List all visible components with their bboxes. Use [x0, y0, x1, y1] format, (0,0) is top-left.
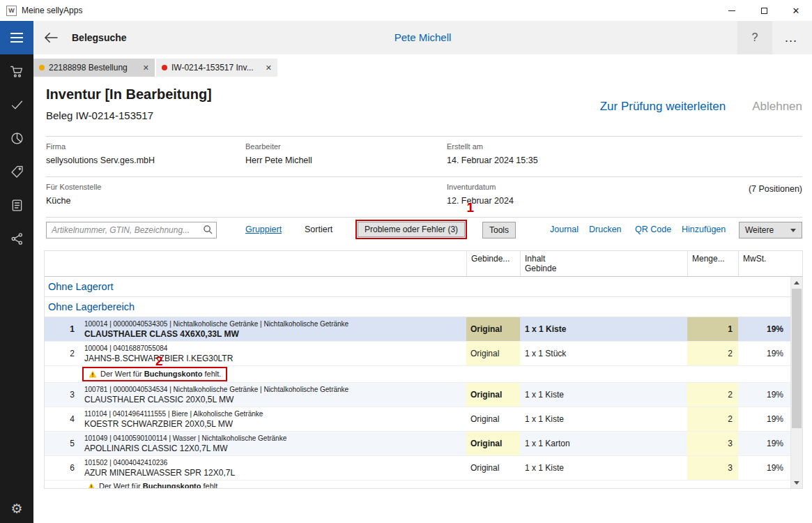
share-icon[interactable] — [10, 232, 24, 246]
content: Inventur [In Bearbeitung] Zur Prüfung we… — [33, 77, 812, 489]
hamburger-icon — [10, 33, 23, 34]
hinzufuegen-link[interactable]: Hinzufügen — [682, 225, 726, 234]
group-row-lagerort[interactable]: Ohne Lagerort — [45, 277, 802, 297]
tab-close-icon[interactable]: ✕ — [266, 63, 272, 73]
table-row[interactable]: 4 110104 | 04014964111555 | Biere | Alko… — [45, 407, 802, 432]
hamburger-menu-button[interactable] — [0, 21, 33, 54]
warning-icon — [89, 370, 97, 378]
field-label: Erstellt am — [447, 142, 802, 151]
help-button[interactable]: ? — [737, 21, 772, 54]
positions-count: (7 Positionen) — [749, 184, 802, 194]
forward-for-review-action[interactable]: Zur Prüfung weiterleiten — [600, 100, 726, 114]
warning-row: Der Wert für Buchungskonto fehlt. 2 — [45, 366, 802, 383]
settings-gear-icon[interactable]: ⚙ — [0, 502, 33, 515]
tab-bestellung[interactable]: 22188898 Bestellung ✕ — [33, 59, 155, 77]
group-row-lagerbereich[interactable]: Ohne Lagerbereich — [45, 297, 802, 317]
maximize-button[interactable] — [748, 0, 780, 21]
positions-table: Gebinde... Inhalt Gebinde Menge... MwSt.… — [44, 250, 803, 489]
mwst-cell: 19% — [738, 383, 790, 407]
catalog-icon[interactable] — [10, 198, 24, 213]
warning-text: Der Wert für Buchungskonto fehlt. — [99, 482, 220, 488]
pie-chart-icon[interactable] — [10, 131, 24, 146]
tools-button[interactable]: Tools — [482, 222, 516, 238]
problems-annotation-box: Probleme oder Fehler (3) 1 — [355, 220, 467, 239]
menge-cell[interactable]: 2 — [687, 383, 738, 407]
col-mwst[interactable]: MwSt. — [738, 251, 790, 276]
article-meta: 100781 | 00000040534534 | Nichtalkoholis… — [84, 386, 348, 394]
row-number: 4 — [45, 407, 81, 431]
weitere-label: Weitere — [745, 225, 774, 235]
table-row[interactable]: 3 100781 | 00000040534534 | Nichtalkohol… — [45, 383, 802, 407]
row-number: 5 — [45, 432, 81, 455]
article-meta: 100004 | 04016887055084 — [84, 344, 167, 353]
warning-annotation-box: Der Wert für Buchungskonto fehlt. 2 — [82, 367, 227, 381]
scrollbar-thumb[interactable] — [792, 289, 802, 428]
table-header: Gebinde... Inhalt Gebinde Menge... MwSt. — [45, 251, 802, 277]
gebinde-cell[interactable]: Original — [466, 383, 520, 407]
col-menge[interactable]: Menge... — [687, 251, 738, 276]
gruppiert-link[interactable]: Gruppiert — [245, 225, 282, 234]
tab-status-dot-red — [162, 65, 167, 70]
scroll-down-button[interactable] — [791, 477, 802, 488]
inhalt-cell: 1 x 1 Kiste — [520, 383, 687, 407]
menge-cell[interactable]: 2 — [687, 342, 738, 365]
gebinde-cell[interactable]: Original — [466, 342, 520, 365]
menge-cell[interactable]: 3 — [687, 432, 738, 455]
close-icon: ✕ — [792, 6, 800, 16]
tab-close-icon[interactable]: ✕ — [143, 63, 149, 73]
inhalt-cell: 1 x 1 Stück — [520, 342, 687, 365]
vertical-scrollbar[interactable] — [790, 277, 802, 488]
field-erstellt-am: Erstellt am 14. Februar 2024 15:35 — [447, 142, 802, 166]
tab-label: 22188898 Bestellung — [49, 63, 137, 73]
menge-cell[interactable]: 2 — [687, 407, 738, 431]
field-label: Firma — [46, 142, 245, 151]
reject-action[interactable]: Ablehnen — [752, 100, 802, 114]
article-meta: 101502 | 04004042410236 — [84, 459, 167, 467]
gebinde-cell[interactable]: Original — [466, 456, 520, 480]
gebinde-cell[interactable]: Original — [466, 407, 520, 431]
check-icon[interactable] — [10, 98, 24, 112]
search-icon[interactable] — [203, 225, 213, 235]
annotation-2: 2 — [155, 354, 163, 367]
field-firma: Firma sellysolutions Serv.ges.mbH — [46, 142, 245, 166]
gebinde-cell[interactable]: Original — [466, 432, 520, 455]
field-label: Für Kostenstelle — [46, 183, 245, 192]
field-inventurdatum: Inventurdatum 12. Februar 2024 — [447, 183, 749, 206]
weitere-dropdown[interactable]: Weitere — [739, 222, 802, 238]
current-user[interactable]: Pete Michell — [33, 31, 812, 43]
sortiert-link[interactable]: Sortiert — [305, 225, 332, 234]
table-row[interactable]: 6 101502 | 04004042410236 AZUR MINERALWA… — [45, 456, 802, 480]
mwst-cell: 19% — [738, 317, 790, 341]
search-input[interactable] — [46, 222, 217, 238]
toolbar: Gruppiert Sortiert Probleme oder Fehler … — [46, 222, 802, 240]
gebinde-cell[interactable]: Original — [466, 317, 520, 341]
problems-errors-button[interactable]: Probleme oder Fehler (3) — [358, 222, 465, 237]
close-button[interactable]: ✕ — [780, 0, 812, 21]
article-name: CLAUSTHALER CLASSIC 20X0,5L MW — [84, 395, 233, 404]
cart-icon[interactable] — [10, 64, 24, 79]
scroll-down-icon — [794, 481, 799, 485]
tab-label: IW-0214-153517 Inv... — [171, 63, 260, 73]
more-options-button[interactable]: … — [776, 21, 806, 54]
row-number: 1 — [45, 317, 81, 341]
table-row[interactable]: 1 100014 | 00000040534305 | Nichtalkohol… — [45, 317, 802, 342]
menge-cell[interactable]: 3 — [687, 456, 738, 480]
inhalt-cell: 1 x 1 Kiste — [520, 407, 687, 431]
drucken-link[interactable]: Drucken — [589, 225, 622, 234]
col-gebinde[interactable]: Gebinde... — [466, 251, 520, 276]
table-row[interactable]: 5 101049 | 04100590100114 | Wasser | Nic… — [45, 432, 802, 456]
menge-cell[interactable]: 1 — [687, 317, 738, 341]
field-label: Bearbeiter — [245, 142, 447, 151]
row-number: 2 — [45, 342, 81, 365]
qr-code-link[interactable]: QR Code — [635, 225, 671, 234]
journal-link[interactable]: Journal — [550, 225, 579, 234]
mwst-cell: 19% — [738, 456, 790, 480]
sidebar: ⚙ — [0, 54, 33, 523]
app-icon: W — [6, 6, 17, 16]
tab-inventur[interactable]: IW-0214-153517 Inv... ✕ — [156, 59, 277, 77]
col-inhalt[interactable]: Inhalt Gebinde — [520, 251, 687, 276]
minimize-button[interactable] — [716, 0, 748, 21]
scroll-up-button[interactable] — [791, 277, 802, 288]
tag-icon[interactable] — [10, 165, 24, 179]
field-label: Inventurdatum — [447, 183, 749, 192]
